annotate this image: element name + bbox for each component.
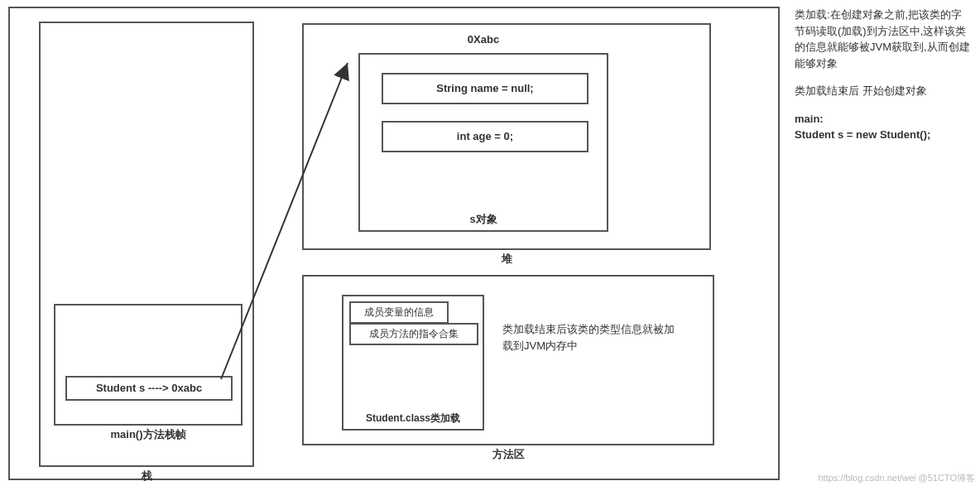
jvm-memory-diagram: Student s ----> 0xabc main()方法栈帧 栈 0Xabc… [8, 7, 780, 480]
heap-area-label: 堆 [304, 252, 709, 267]
object-label: s对象 [360, 212, 607, 227]
code-line-1: main: [795, 113, 824, 125]
heap-area: 0Xabc String name = null; int age = 0; s… [302, 23, 711, 250]
stack-frame-label: main()方法栈帧 [55, 427, 241, 442]
class-metadata-box: 成员变量的信息 成员方法的指令合集 Student.class类加载 [342, 295, 484, 431]
stack-area: Student s ----> 0xabc main()方法栈帧 栈 [39, 22, 254, 467]
class-load-label: Student.class类加载 [343, 411, 483, 426]
explanation-text: 类加载:在创建对象之前,把该类的字节码读取(加载)到方法区中,这样该类的信息就能… [795, 7, 972, 155]
object-address: 0Xabc [360, 33, 607, 46]
local-variable-box: Student s ----> 0xabc [65, 376, 233, 401]
explain-para-2: 类加载结束后 开始创建对象 [795, 83, 972, 99]
code-line-2: Student s = new Student(); [795, 128, 930, 141]
explain-para-1: 类加载:在创建对象之前,把该类的字节码读取(加载)到方法区中,这样该类的信息就能… [795, 7, 972, 71]
field-age-box: int age = 0; [382, 121, 588, 152]
member-method-box: 成员方法的指令合集 [349, 323, 478, 345]
explain-code: main: Student s = new Student(); [795, 111, 972, 143]
object-box: 0Xabc String name = null; int age = 0; s… [358, 53, 608, 232]
field-name-box: String name = null; [382, 73, 588, 104]
method-area-note: 类加载结束后该类的类型信息就被加载到JVM内存中 [502, 321, 685, 354]
watermark-text: https://blog.csdn.net/wei @51CTO博客 [819, 472, 976, 484]
member-var-info-box: 成员变量的信息 [349, 301, 449, 324]
method-area-label: 方法区 [304, 447, 713, 462]
method-area: 成员变量的信息 成员方法的指令合集 Student.class类加载 类加载结束… [302, 275, 714, 445]
main-stack-frame: Student s ----> 0xabc main()方法栈帧 [54, 304, 243, 426]
stack-area-label: 栈 [41, 469, 252, 484]
